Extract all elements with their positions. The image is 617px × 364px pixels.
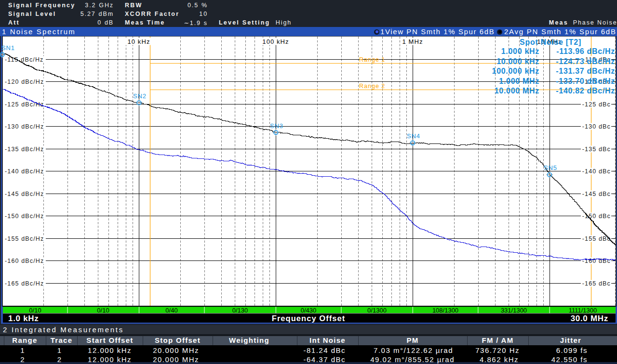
svg-text:10.000 kHz: 10.000 kHz <box>496 57 539 65</box>
svg-text:108/1300: 108/1300 <box>432 307 458 314</box>
svg-text:-140 dBc: -140 dBc <box>582 168 611 175</box>
svg-text:10.000 MHz: 10.000 MHz <box>495 87 539 95</box>
svg-text:-140 dBc/Hz: -140 dBc/Hz <box>5 168 44 175</box>
svg-text:10 kHz: 10 kHz <box>127 38 150 45</box>
svg-text:-125 dBc: -125 dBc <box>582 101 611 108</box>
svg-text:-155 dBc: -155 dBc <box>582 235 611 242</box>
svg-text:1.000 MHz: 1.000 MHz <box>499 77 539 85</box>
svg-text:0/10: 0/10 <box>29 307 41 314</box>
svg-text:1 MHz: 1 MHz <box>402 38 423 45</box>
svg-text:0/10: 0/10 <box>97 307 109 314</box>
svg-text:-113.96 dBc/Hz: -113.96 dBc/Hz <box>556 47 615 55</box>
svg-text:-130 dBc/Hz: -130 dBc/Hz <box>5 123 44 130</box>
svg-text:0/40: 0/40 <box>165 307 177 314</box>
svg-text:0/1300: 0/1300 <box>367 307 387 314</box>
svg-text:-130 dBc: -130 dBc <box>582 123 611 130</box>
svg-text:100 kHz: 100 kHz <box>262 38 289 45</box>
svg-text:-145 dBc: -145 dBc <box>582 191 611 197</box>
svg-text:Spot Noise [T2]: Spot Noise [T2] <box>520 38 581 46</box>
svg-text:1111/1300: 1111/1300 <box>569 307 597 314</box>
svg-text:SN3: SN3 <box>270 122 283 130</box>
svg-text:-135 dBc/Hz: -135 dBc/Hz <box>5 146 44 153</box>
svg-text:Frequency Offset: Frequency Offset <box>272 314 346 323</box>
svg-text:-145 dBc/Hz: -145 dBc/Hz <box>5 191 44 197</box>
svg-text:-131.37 dBc/Hz: -131.37 dBc/Hz <box>556 67 615 75</box>
svg-text:SN4: SN4 <box>407 132 420 140</box>
svg-text:1.000 kHz: 1.000 kHz <box>501 47 539 55</box>
svg-text:0/430: 0/430 <box>301 307 317 314</box>
svg-text:Range 1: Range 1 <box>359 56 385 63</box>
svg-text:0/130: 0/130 <box>232 307 248 314</box>
svg-text:1.0 kHz: 1.0 kHz <box>8 314 39 323</box>
svg-text:SN5: SN5 <box>544 164 557 171</box>
svg-text:-150 dBc/Hz: -150 dBc/Hz <box>5 213 44 220</box>
svg-text:-165 dBc/Hz: -165 dBc/Hz <box>5 280 44 287</box>
svg-text:-155 dBc/Hz: -155 dBc/Hz <box>5 235 44 242</box>
svg-text:-133.70 dBc/Hz: -133.70 dBc/Hz <box>556 77 615 85</box>
svg-text:30.0 MHz: 30.0 MHz <box>571 314 608 323</box>
svg-text:-165 dBc: -165 dBc <box>582 280 611 287</box>
svg-text:SN2: SN2 <box>133 92 147 100</box>
svg-text:-140.82 dBc/Hz: -140.82 dBc/Hz <box>556 87 615 95</box>
svg-text:-124.73 dBc/Hz: -124.73 dBc/Hz <box>556 57 615 65</box>
svg-text:100.000 kHz: 100.000 kHz <box>492 67 539 75</box>
svg-text:Range 2: Range 2 <box>359 83 385 90</box>
svg-text:-125 dBc/Hz: -125 dBc/Hz <box>5 101 44 108</box>
svg-text:-135 dBc: -135 dBc <box>582 146 611 153</box>
svg-text:-160 dBc/Hz: -160 dBc/Hz <box>5 258 44 264</box>
svg-text:SN1: SN1 <box>1 44 15 52</box>
svg-text:-120 dBc/Hz: -120 dBc/Hz <box>5 78 44 85</box>
svg-text:331/1300: 331/1300 <box>501 307 527 314</box>
